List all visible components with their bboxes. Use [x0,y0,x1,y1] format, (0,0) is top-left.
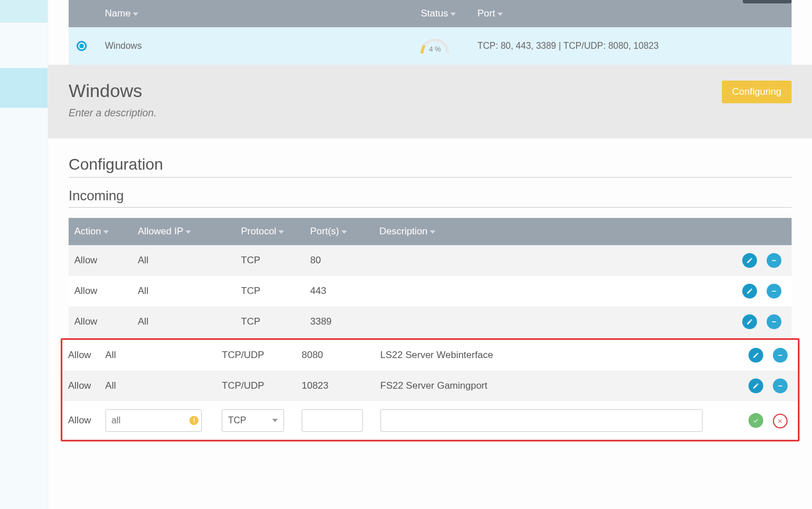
col-port-header[interactable]: Port [477,8,784,19]
rule-ip: All [132,276,235,306]
allowed-ip-input[interactable] [105,409,202,432]
rule-ports: 8080 [296,340,375,371]
rule-row: Allow All TCP 443 [69,276,792,306]
rule-ports: 80 [304,245,374,276]
rule-desc [374,245,729,276]
th-protocol[interactable]: Protocol [235,218,304,245]
sidebar [0,0,48,509]
remove-icon[interactable] [767,253,781,268]
rule-ports: 10823 [296,371,375,401]
edit-icon[interactable] [742,284,757,298]
description-input[interactable] [380,409,703,432]
incoming-heading: Incoming [69,188,792,208]
rule-ip: All [132,245,235,276]
sort-caret-icon [341,230,347,234]
sort-caret-icon [133,12,138,16]
edit-icon[interactable] [742,314,757,329]
th-action[interactable]: Action [69,218,132,245]
sidebar-item-active[interactable] [0,68,48,108]
rule-ip: All [100,371,217,401]
configuring-button[interactable]: Configuring [722,81,792,103]
rule-proto: TCP/UDP [216,340,296,371]
remove-icon[interactable] [767,284,781,298]
rule-desc [374,306,729,337]
rule-ip: All [100,340,217,371]
port-input[interactable] [302,409,363,432]
rule-ports: 443 [304,276,374,306]
edit-icon[interactable] [748,348,763,363]
sidebar-item[interactable] [0,0,48,23]
new-rule-row: Allow ! TCP [62,401,798,440]
top-corner-button[interactable] [743,0,792,3]
gauge-label: 4 % [421,45,449,53]
rule-ports: 3389 [304,306,374,337]
rule-proto: TCP [235,276,304,306]
rule-row: Allow All TCP/UDP 8080 LS22 Server Webin… [62,340,798,371]
section-desc[interactable]: Enter a description. [69,107,157,119]
sort-caret-icon [450,12,456,16]
col-status-header[interactable]: Status [421,8,477,19]
rule-row: Allow All TCP 80 [69,245,792,276]
rule-desc: FS22 Server Gamingport [375,371,735,401]
rule-row: Allow All TCP/UDP 10823 FS22 Server Gami… [62,371,798,401]
rule-action: Allow [62,371,100,401]
svg-rect-3 [779,355,783,356]
remove-icon[interactable] [773,348,788,363]
sort-caret-icon [430,230,435,234]
edit-icon[interactable] [748,378,763,393]
remove-icon[interactable] [767,314,781,329]
highlight-box: Allow All TCP/UDP 8080 LS22 Server Webin… [61,338,800,441]
configuration-heading: Configuration [69,155,792,178]
rule-action: Allow [62,401,100,440]
th-description[interactable]: Description [374,218,729,245]
svg-rect-2 [772,322,776,323]
section-title: Windows [69,81,157,102]
rule-action: Allow [69,276,132,306]
th-ports[interactable]: Port(s) [304,218,374,245]
rule-action: Allow [62,340,100,371]
server-ports: TCP: 80, 443, 3389 | TCP/UDP: 8080, 1082… [477,41,784,51]
rule-action: Allow [69,306,132,337]
server-list-header: Name Status Port [69,0,792,27]
server-name: Windows [105,41,421,51]
protocol-select[interactable]: TCP [222,409,284,432]
rules-table: Action Allowed IP Protocol Port(s) Descr… [69,218,792,337]
server-select-radio[interactable] [77,41,87,51]
svg-rect-1 [772,291,776,292]
rule-desc: LS22 Server Webinterface [375,340,735,371]
col-name-header[interactable]: Name [105,8,421,19]
rule-proto: TCP/UDP [216,371,296,401]
edit-icon[interactable] [742,253,757,268]
rule-proto: TCP [235,245,304,276]
rule-row: Allow All TCP 3389 [69,306,792,337]
rule-ip: All [132,306,235,337]
confirm-icon[interactable] [748,413,763,428]
status-gauge: 4 % [421,39,449,53]
rule-desc [374,276,729,306]
remove-icon[interactable] [773,378,788,393]
rule-action: Allow [69,245,132,276]
sort-caret-icon [103,230,109,234]
chevron-down-icon [272,419,278,422]
sort-caret-icon [497,12,503,16]
sort-caret-icon [278,230,284,234]
server-row[interactable]: Windows 4 % TCP: 80, 443, 3389 | TCP/UDP… [69,27,792,65]
svg-rect-0 [772,260,776,262]
cancel-icon[interactable] [773,414,788,428]
sort-caret-icon [185,230,191,234]
rule-proto: TCP [235,306,304,337]
svg-rect-4 [779,386,783,387]
th-allowed-ip[interactable]: Allowed IP [132,218,235,245]
